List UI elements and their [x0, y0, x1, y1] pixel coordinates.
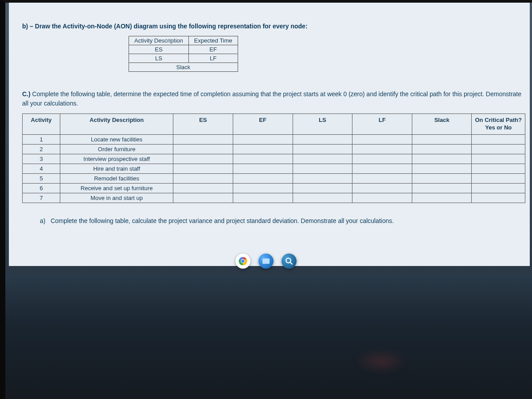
table-row: 4Hire and train staff [23, 164, 525, 173]
svg-point-3 [286, 258, 291, 263]
section-b-label: b) [22, 23, 28, 30]
cell-ef [233, 164, 293, 173]
cell-lf [352, 173, 412, 183]
section-c-heading: C.) Complete the following table, determ… [22, 90, 525, 108]
cell-slack [412, 154, 472, 164]
legend-ef: EF [188, 45, 238, 54]
cell-critical [472, 164, 525, 173]
legend-lf: LF [188, 54, 238, 63]
section-a-label: a) [40, 217, 45, 224]
taskbar [229, 251, 303, 271]
cell-activity-desc: Hire and train staff [60, 164, 173, 173]
cell-activity-desc: Move in and start up [60, 193, 173, 203]
table-row: 6Receive and set up furniture [23, 183, 525, 193]
cell-slack [412, 134, 472, 144]
table-row: 2Order furniture [23, 144, 525, 154]
cell-ef [233, 154, 293, 164]
cell-ef [233, 183, 293, 193]
cell-activity-num: 4 [23, 164, 60, 173]
cell-es [173, 154, 233, 164]
th-slack: Slack [412, 114, 472, 135]
cell-activity-num: 7 [23, 193, 60, 203]
cell-ls [293, 183, 352, 193]
cell-activity-desc: Locate new facilities [60, 134, 173, 144]
cell-ls [293, 144, 352, 154]
cell-slack [412, 183, 472, 193]
legend-expected-time: Expected Time [188, 36, 238, 45]
th-ef: EF [233, 114, 293, 135]
reflection-glow [355, 350, 408, 372]
cell-es [173, 134, 233, 144]
cell-activity-desc: Order furniture [60, 144, 173, 154]
below-screen-area [0, 275, 532, 399]
cell-activity-desc: Interview prospective staff [60, 154, 173, 164]
cell-ls [293, 164, 352, 173]
cell-ef [233, 173, 293, 183]
cell-es [173, 144, 233, 154]
cell-activity-num: 6 [23, 183, 60, 193]
document-content: b) – Draw the Activity-on-Node (AON) dia… [9, 9, 530, 230]
cell-es [173, 193, 233, 203]
cell-ef [233, 144, 293, 154]
svg-line-4 [290, 262, 292, 264]
search-icon[interactable] [282, 254, 297, 269]
cell-ef [233, 134, 293, 144]
cell-lf [352, 134, 412, 144]
cell-ls [293, 193, 352, 203]
th-es: ES [173, 114, 233, 135]
cell-critical [472, 193, 525, 203]
legend-activity-desc: Activity Description [129, 36, 189, 45]
chrome-icon[interactable] [235, 254, 250, 269]
table-row: 5Remodel facilities [23, 173, 525, 183]
cell-slack [412, 173, 472, 183]
th-description: Activity Description [60, 114, 173, 135]
legend-slack: Slack [129, 63, 238, 72]
section-c-text: Complete the following table, determine … [22, 90, 521, 107]
cell-slack [412, 164, 472, 173]
th-activity: Activity [23, 114, 60, 135]
cell-es [173, 183, 233, 193]
activity-table: Activity Activity Description ES EF LS L… [22, 113, 525, 203]
legend-ls: LS [129, 54, 189, 63]
cell-ls [293, 154, 352, 164]
cell-critical [472, 134, 525, 144]
section-a-text: Complete the following table, calculate … [51, 217, 394, 224]
th-critical: On Critical Path? Yes or No [472, 114, 525, 135]
cell-critical [472, 154, 525, 164]
cell-ls [293, 173, 352, 183]
cell-ef [233, 193, 293, 203]
section-b-text: – Draw the Activity-on-Node (AON) diagra… [30, 23, 307, 30]
cell-slack [412, 144, 472, 154]
cell-lf [352, 144, 412, 154]
th-ls: LS [293, 114, 352, 135]
cell-lf [352, 154, 412, 164]
cell-slack [412, 193, 472, 203]
cell-activity-num: 1 [23, 134, 60, 144]
document-page: b) – Draw the Activity-on-Node (AON) dia… [9, 0, 530, 266]
cell-es [173, 164, 233, 173]
svg-point-2 [242, 260, 245, 263]
cell-critical [472, 144, 525, 154]
table-row: 1Locate new facilities [23, 134, 525, 144]
section-b-heading: b) – Draw the Activity-on-Node (AON) dia… [22, 23, 525, 30]
cell-activity-desc: Receive and set up furniture [60, 183, 173, 193]
th-lf: LF [352, 114, 412, 135]
cell-lf [352, 193, 412, 203]
table-row: 7Move in and start up [23, 193, 525, 203]
cell-lf [352, 183, 412, 193]
legend-es: ES [129, 45, 189, 54]
cell-es [173, 173, 233, 183]
cell-lf [352, 164, 412, 173]
section-a-heading: a) Complete the following table, calcula… [40, 216, 525, 226]
table-row: 3Interview prospective staff [23, 154, 525, 164]
cell-critical [472, 173, 525, 183]
cell-critical [472, 183, 525, 193]
files-icon[interactable] [258, 254, 274, 269]
cell-activity-num: 2 [23, 144, 60, 154]
cell-activity-num: 5 [23, 173, 60, 183]
section-c-label: C.) [22, 90, 31, 98]
cell-activity-num: 3 [23, 154, 60, 164]
cell-ls [293, 134, 352, 144]
cell-activity-desc: Remodel facilities [60, 173, 173, 183]
node-legend-table: Activity Description Expected Time ES EF… [129, 36, 238, 72]
